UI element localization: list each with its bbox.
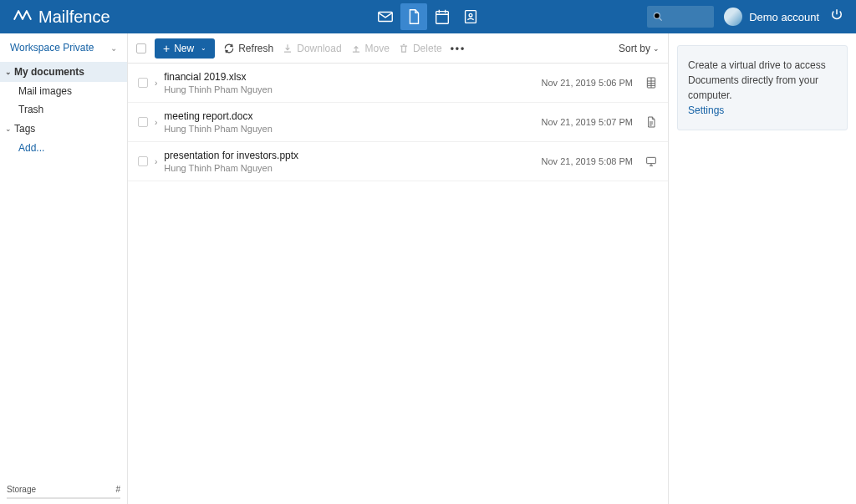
new-button-label: New xyxy=(174,43,194,54)
avatar xyxy=(724,8,742,26)
content: Workspace Private ⌄ ⌄ My documents Mail … xyxy=(0,33,856,504)
download-label: Download xyxy=(297,43,341,54)
more-button[interactable]: ••• xyxy=(451,43,466,54)
sidebar-item-tags[interactable]: ⌄ Tags xyxy=(0,119,127,139)
sort-by-button[interactable]: Sort by ⌄ xyxy=(619,43,660,54)
storage-label: Storage xyxy=(7,485,36,494)
sidebar-item-my-documents[interactable]: ⌄ My documents xyxy=(0,62,127,82)
nav-tabs xyxy=(372,3,484,30)
file-owner: Hung Thinh Pham Nguyen xyxy=(164,124,534,134)
nav-documents[interactable] xyxy=(400,3,427,30)
refresh-label: Refresh xyxy=(238,43,273,54)
delete-label: Delete xyxy=(413,43,442,54)
row-checkbox[interactable] xyxy=(138,78,148,88)
svg-point-3 xyxy=(469,13,472,17)
spreadsheet-icon xyxy=(645,76,658,89)
right-panel: Create a virtual drive to access Documen… xyxy=(669,33,856,504)
caret-down-icon: ⌄ xyxy=(5,68,12,76)
file-row[interactable]: › meeting report.docx Hung Thinh Pham Ng… xyxy=(128,103,668,142)
mailfence-logo-icon xyxy=(12,4,33,30)
select-all-checkbox[interactable] xyxy=(136,43,146,53)
delete-button: Delete xyxy=(398,43,442,54)
add-tag-button[interactable]: Add... xyxy=(0,139,127,157)
folder-label: My documents xyxy=(14,66,84,78)
more-icon: ••• xyxy=(451,43,466,54)
tags-label: Tags xyxy=(14,123,35,135)
trash-icon xyxy=(398,43,410,54)
file-info: financial 2019.xlsx Hung Thinh Pham Nguy… xyxy=(164,71,534,94)
app-name: Mailfence xyxy=(38,8,110,27)
nav-contacts[interactable] xyxy=(457,3,484,30)
svg-point-4 xyxy=(655,13,660,18)
svg-rect-0 xyxy=(379,13,393,22)
refresh-button[interactable]: Refresh xyxy=(223,43,273,54)
move-icon xyxy=(350,43,362,54)
chevron-down-icon: ⌄ xyxy=(110,43,117,53)
app-header: Mailfence Demo account xyxy=(0,0,856,33)
caret-down-icon: ⌄ xyxy=(5,125,12,133)
virtual-drive-info: Create a virtual drive to access Documen… xyxy=(677,45,848,130)
workspace-selector[interactable]: Workspace Private ⌄ xyxy=(0,33,127,62)
logout-button[interactable] xyxy=(829,8,844,26)
workspace-label: Workspace Private xyxy=(10,42,94,53)
file-owner: Hung Thinh Pham Nguyen xyxy=(164,84,534,94)
storage-count: # xyxy=(115,485,120,494)
svg-rect-1 xyxy=(436,12,449,24)
svg-rect-6 xyxy=(647,157,656,163)
chevron-right-icon: › xyxy=(155,79,157,88)
sort-by-label: Sort by xyxy=(619,43,650,54)
file-name: financial 2019.xlsx xyxy=(164,71,534,83)
app-logo[interactable]: Mailfence xyxy=(12,4,110,30)
move-label: Move xyxy=(365,43,390,54)
file-name: presentation for investors.pptx xyxy=(164,150,534,161)
header-right: Demo account xyxy=(647,6,844,28)
file-owner: Hung Thinh Pham Nguyen xyxy=(164,163,534,173)
file-date: Nov 21, 2019 5:07 PM xyxy=(542,117,633,127)
move-button: Move xyxy=(350,43,390,54)
info-text: Create a virtual drive to access Documen… xyxy=(688,59,826,101)
sidebar-item-trash[interactable]: Trash xyxy=(0,100,127,119)
presentation-icon xyxy=(645,155,658,168)
chevron-down-icon: ⌄ xyxy=(653,44,660,53)
file-list: › financial 2019.xlsx Hung Thinh Pham Ng… xyxy=(128,64,668,504)
new-button[interactable]: + New ⌄ xyxy=(155,38,215,59)
file-date: Nov 21, 2019 5:08 PM xyxy=(542,156,633,166)
chevron-right-icon: › xyxy=(155,157,157,166)
storage-indicator: Storage # xyxy=(0,481,127,497)
file-row[interactable]: › financial 2019.xlsx Hung Thinh Pham Ng… xyxy=(128,64,668,103)
chevron-down-icon: ⌄ xyxy=(201,44,206,52)
file-info: presentation for investors.pptx Hung Thi… xyxy=(164,150,534,173)
search-input[interactable] xyxy=(647,6,714,28)
search-icon xyxy=(652,11,664,23)
refresh-icon xyxy=(223,43,235,54)
file-date: Nov 21, 2019 5:06 PM xyxy=(542,78,633,88)
file-name: meeting report.docx xyxy=(164,110,534,122)
plus-icon: + xyxy=(163,43,170,54)
download-icon xyxy=(282,43,293,54)
document-icon xyxy=(645,115,658,129)
main-panel: + New ⌄ Refresh Download Move Delete • xyxy=(128,33,669,504)
storage-bar xyxy=(7,497,120,499)
row-checkbox[interactable] xyxy=(138,117,148,127)
download-button: Download xyxy=(282,43,341,54)
sidebar-item-mail-images[interactable]: Mail images xyxy=(0,82,127,100)
nav-mail[interactable] xyxy=(372,3,399,30)
account-menu[interactable]: Demo account xyxy=(724,8,819,26)
file-row[interactable]: › presentation for investors.pptx Hung T… xyxy=(128,142,668,181)
power-icon xyxy=(829,8,844,23)
toolbar: + New ⌄ Refresh Download Move Delete • xyxy=(128,33,668,64)
settings-link[interactable]: Settings xyxy=(688,104,724,116)
account-label: Demo account xyxy=(749,11,819,23)
row-checkbox[interactable] xyxy=(138,156,148,166)
chevron-right-icon: › xyxy=(155,118,157,127)
sidebar: Workspace Private ⌄ ⌄ My documents Mail … xyxy=(0,33,128,504)
nav-calendar[interactable] xyxy=(429,3,456,30)
file-info: meeting report.docx Hung Thinh Pham Nguy… xyxy=(164,110,534,134)
